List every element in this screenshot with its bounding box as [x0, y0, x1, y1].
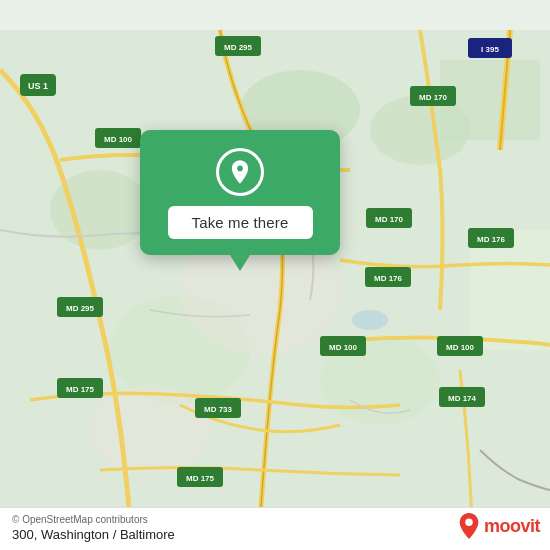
- svg-text:MD 175: MD 175: [66, 385, 95, 394]
- moovit-pin-icon: [458, 512, 480, 540]
- svg-point-11: [90, 385, 210, 475]
- take-me-there-button[interactable]: Take me there: [168, 206, 313, 239]
- moovit-logo: moovit: [458, 512, 540, 540]
- svg-text:I 395: I 395: [481, 45, 499, 54]
- svg-text:MD 176: MD 176: [477, 235, 506, 244]
- svg-text:MD 733: MD 733: [204, 405, 233, 414]
- svg-text:MD 174: MD 174: [448, 394, 477, 403]
- svg-text:MD 295: MD 295: [224, 43, 253, 52]
- moovit-brand-name: moovit: [484, 516, 540, 537]
- svg-text:MD 175: MD 175: [186, 474, 215, 483]
- svg-text:US 1: US 1: [28, 81, 48, 91]
- svg-text:MD 100: MD 100: [329, 343, 358, 352]
- popup-card: Take me there: [140, 130, 340, 255]
- svg-text:MD 100: MD 100: [446, 343, 475, 352]
- svg-point-44: [465, 519, 472, 526]
- map-background: US 1 MD 295 I 395 MD 100 MD 170 MD 170 M…: [0, 0, 550, 550]
- svg-text:MD 176: MD 176: [374, 274, 403, 283]
- svg-text:MD 100: MD 100: [104, 135, 133, 144]
- svg-text:MD 170: MD 170: [419, 93, 448, 102]
- location-pin-icon: [226, 158, 254, 186]
- svg-point-9: [352, 310, 388, 330]
- svg-text:MD 295: MD 295: [66, 304, 95, 313]
- svg-text:MD 170: MD 170: [375, 215, 404, 224]
- location-icon-circle: [216, 148, 264, 196]
- map-container: US 1 MD 295 I 395 MD 100 MD 170 MD 170 M…: [0, 0, 550, 550]
